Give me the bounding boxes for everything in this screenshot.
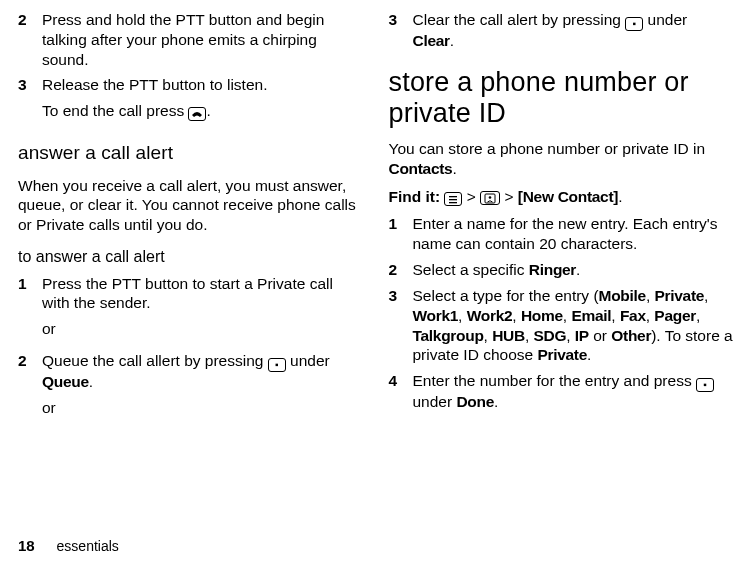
step-2: 2 Press and hold the PTT button and begi… <box>18 10 363 69</box>
menu-key-icon <box>444 192 462 206</box>
step-line: Release the PTT button to listen. <box>42 75 363 95</box>
heading-to-answer: to answer a call alert <box>18 247 363 267</box>
softkey-icon: ▪ <box>696 378 714 392</box>
softkey-icon: ▪ <box>625 17 643 31</box>
step-text: Press and hold the PTT button and begin … <box>42 10 363 69</box>
store-intro: You can store a phone number or private … <box>389 139 734 179</box>
step-number: 1 <box>389 214 413 254</box>
step-number: 1 <box>18 274 42 345</box>
store-step-4: 4 Enter the number for the entry and pre… <box>389 371 734 412</box>
step-number: 2 <box>389 260 413 280</box>
right-step-3: 3 Clear the call alert by pressing ▪ und… <box>389 10 734 57</box>
step-text: Release the PTT button to listen. To end… <box>42 75 363 127</box>
step-text: Select a specific Ringer. <box>413 260 734 280</box>
step-number: 3 <box>389 286 413 365</box>
step-text: Clear the call alert by pressing ▪ under… <box>413 10 734 57</box>
step-text: Enter a name for the new entry. Each ent… <box>413 214 734 254</box>
heading-answer-call-alert: answer a call alert <box>18 141 363 165</box>
left-column: 2 Press and hold the PTT button and begi… <box>18 4 363 430</box>
footer-section: essentials <box>57 538 119 554</box>
store-step-1: 1 Enter a name for the new entry. Each e… <box>389 214 734 254</box>
step-text: Enter the number for the entry and press… <box>413 371 734 412</box>
step-number: 3 <box>18 75 42 127</box>
end-call-key-icon <box>188 107 206 121</box>
svg-point-4 <box>489 196 492 199</box>
step-number: 4 <box>389 371 413 412</box>
step-number: 2 <box>18 10 42 69</box>
page-footer: 18 essentials <box>18 537 119 554</box>
page-number: 18 <box>18 537 35 554</box>
step-text: Queue the call allert by pressing ▪ unde… <box>42 351 363 424</box>
step-3: 3 Release the PTT button to listen. To e… <box>18 75 363 127</box>
step-number: 2 <box>18 351 42 424</box>
answer-intro: When you receive a call alert, you must … <box>18 176 363 235</box>
step-text: Press the PTT button to start a Private … <box>42 274 363 345</box>
answer-step-1: 1 Press the PTT button to start a Privat… <box>18 274 363 345</box>
svg-rect-2 <box>449 202 457 203</box>
two-column-layout: 2 Press and hold the PTT button and begi… <box>18 0 733 430</box>
svg-rect-0 <box>449 196 457 197</box>
softkey-icon: ▪ <box>268 358 286 372</box>
contacts-key-icon <box>480 191 500 205</box>
step-number: 3 <box>389 10 413 57</box>
right-column: 3 Clear the call alert by pressing ▪ und… <box>389 4 734 430</box>
store-step-3: 3 Select a type for the entry (Mobile, P… <box>389 286 734 365</box>
step-text: Select a type for the entry (Mobile, Pri… <box>413 286 734 365</box>
svg-rect-1 <box>449 199 457 200</box>
find-it-line: Find it: > > [New Contact]. <box>389 187 734 207</box>
heading-store-number: store a phone number or private ID <box>389 67 734 129</box>
store-step-2: 2 Select a specific Ringer. <box>389 260 734 280</box>
step-line: To end the call press . <box>42 101 363 121</box>
answer-step-2: 2 Queue the call allert by pressing ▪ un… <box>18 351 363 424</box>
